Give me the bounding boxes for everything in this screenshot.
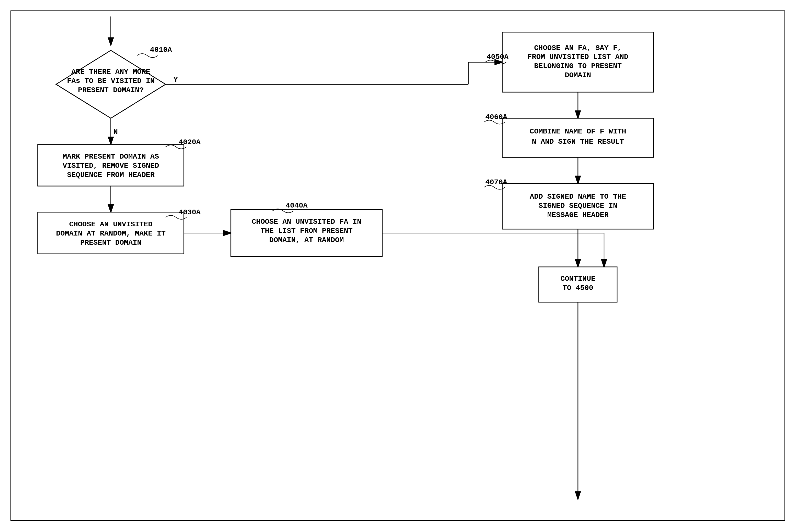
process-4030A-text-1: CHOOSE AN UNVISITED [69, 220, 152, 228]
process-4050A-text-1: CHOOSE AN FA, SAY F, [534, 44, 622, 52]
process-4020A-text-1: MARK PRESENT DOMAIN AS [62, 153, 159, 161]
label-4010A: 4010A [150, 46, 172, 54]
squiggle-4010A [137, 54, 158, 58]
process-4050A-text-2: FROM UNVISITED LIST AND [527, 53, 628, 61]
process-4030A-text-2: DOMAIN AT RANDOM, MAKE IT [56, 229, 166, 238]
process-4040A-text-2: THE LIST FROM PRESENT [261, 227, 353, 235]
process-continue-text-1: CONTINUE [561, 275, 595, 283]
process-4040A-text-3: DOMAIN, AT RANDOM [269, 236, 344, 244]
process-4050A-text-4: DOMAIN [565, 71, 591, 79]
process-4070A-text-2: SIGNED SEQUENCE IN [538, 202, 617, 210]
process-continue-text-2: TO 4500 [563, 284, 593, 292]
process-4020A-text-2: VISITED, REMOVE SIGNED [62, 162, 159, 170]
diagram-container: ARE THERE ANY MORE FAs TO BE VISITED IN … [11, 11, 785, 521]
label-4030A: 4030A [179, 208, 201, 216]
decision-4010A-text-2: FAs TO BE VISITED IN [67, 77, 155, 85]
decision-4010A-text-3: PRESENT DOMAIN? [78, 86, 144, 94]
label-4050A: 4050A [487, 53, 509, 61]
process-4030A-text-3: PRESENT DOMAIN [80, 239, 141, 247]
process-4060A-text-2: N AND SIGN THE RESULT [532, 138, 624, 146]
n-label: N [113, 128, 118, 136]
y-label: Y [173, 76, 178, 84]
process-4070A-text-1: ADD SIGNED NAME TO THE [530, 193, 626, 201]
label-4040A: 4040A [286, 202, 307, 210]
process-4060A-text-1: COMBINE NAME OF F WITH [530, 128, 626, 136]
label-4060A: 4060A [485, 113, 507, 121]
decision-4010A-text-1: ARE THERE ANY MORE [72, 68, 150, 76]
process-4050A-text-3: BELONGING TO PRESENT [534, 62, 622, 70]
label-4070A: 4070A [485, 178, 507, 186]
label-4020A: 4020A [179, 138, 201, 146]
process-4040A-text-1: CHOOSE AN UNVISITED FA IN [252, 218, 361, 226]
process-4070A-text-3: MESSAGE HEADER [547, 211, 609, 219]
process-4020A-text-3: SEQUENCE FROM HEADER [67, 171, 155, 179]
